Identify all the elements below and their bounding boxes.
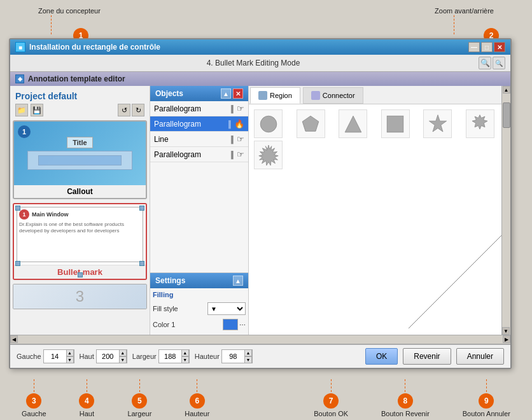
region-tab[interactable]: Region bbox=[250, 87, 300, 104]
obj-item-3-label: Line bbox=[154, 135, 169, 144]
shape-square[interactable] bbox=[381, 109, 410, 138]
thumbnail-2[interactable]: 1 Main Window Dr.Explain is one of the b… bbox=[13, 203, 147, 280]
haut-up[interactable]: ▲ bbox=[119, 349, 127, 356]
scroll-left-button[interactable]: ◀ bbox=[10, 335, 18, 343]
dashed-4 bbox=[87, 379, 87, 392]
hauteur-spinners: ▲ ▼ bbox=[244, 349, 252, 363]
settings-up-button[interactable]: ▲ bbox=[233, 276, 243, 286]
largeur-input[interactable]: ▲ ▼ bbox=[158, 349, 190, 363]
obj-item-2[interactable]: Parallelogram ║ 🔥 bbox=[150, 116, 248, 132]
resize-handle-br[interactable] bbox=[139, 261, 144, 266]
hauteur-down[interactable]: ▼ bbox=[244, 356, 252, 363]
obj-lock-icon-1: ║ bbox=[230, 105, 235, 113]
color1-swatch[interactable] bbox=[223, 319, 238, 330]
hauteur-input[interactable]: ▲ ▼ bbox=[221, 349, 253, 363]
close-button[interactable]: ✕ bbox=[494, 42, 505, 52]
obj-item-1[interactable]: Parallelogram ║ ☞ bbox=[150, 101, 248, 116]
status-bar: Gauche ▲ ▼ Haut ▲ ▼ bbox=[10, 344, 510, 368]
haut-group: Haut ▲ ▼ bbox=[80, 349, 127, 363]
bottom-label-3: 3 Gauche bbox=[22, 379, 46, 417]
bottom-labels: 3 Gauche 4 Haut 5 Largeur 6 Hauteur 7 Bo… bbox=[0, 379, 532, 420]
undo-button[interactable]: ↺ bbox=[118, 104, 130, 116]
obj-item-2-label: Parallelogram bbox=[154, 120, 201, 129]
burst-svg bbox=[258, 145, 279, 165]
hauteur-up[interactable]: ▲ bbox=[244, 349, 252, 356]
shape-pentagon[interactable] bbox=[297, 109, 325, 138]
haut-label: Haut bbox=[80, 353, 94, 360]
largeur-value[interactable] bbox=[159, 353, 181, 360]
pentagon-svg bbox=[300, 114, 321, 134]
fill-style-select[interactable]: ▼ bbox=[207, 302, 246, 315]
settings-panel: Settings ▲ Filling Fill style bbox=[150, 272, 248, 335]
obj-item-3-icons: ║ ☞ bbox=[230, 134, 244, 144]
shape-star6[interactable] bbox=[466, 109, 494, 138]
gauche-down[interactable]: ▼ bbox=[66, 356, 74, 363]
obj-item-3[interactable]: Line ║ ☞ bbox=[150, 132, 248, 147]
haut-input[interactable]: ▲ ▼ bbox=[96, 349, 127, 363]
dashed-3 bbox=[34, 379, 34, 392]
obj-hand-icon-1[interactable]: ☞ bbox=[237, 104, 244, 113]
gauche-up[interactable]: ▲ bbox=[66, 349, 74, 356]
maximize-button[interactable]: □ bbox=[481, 42, 493, 52]
resize-handle-tr[interactable] bbox=[139, 206, 144, 211]
ok-button[interactable]: OK bbox=[365, 348, 398, 365]
shape-circle[interactable] bbox=[254, 109, 283, 138]
haut-value[interactable] bbox=[97, 353, 119, 360]
obj-item-4[interactable]: Parallelogram ║ ☞ bbox=[150, 147, 248, 162]
resize-handle-bl[interactable] bbox=[15, 261, 20, 266]
objects-delete-button[interactable]: ✕ bbox=[233, 88, 243, 99]
largeur-down[interactable]: ▼ bbox=[181, 356, 189, 363]
obj-hand-icon-3[interactable]: ☞ bbox=[237, 134, 244, 144]
color-picker-icon[interactable]: ⋯ bbox=[239, 321, 246, 328]
resize-handle-bottom[interactable] bbox=[78, 272, 83, 277]
thumb-1-body: 1 Title bbox=[14, 122, 146, 185]
obj-fire-icon-2[interactable]: 🔥 bbox=[234, 119, 244, 129]
zoom-out-button[interactable]: 🔍 bbox=[493, 57, 505, 69]
obj-hand-icon-4[interactable]: ☞ bbox=[237, 150, 244, 159]
shape-triangle[interactable] bbox=[339, 109, 367, 138]
thumb-1-number: 1 bbox=[18, 125, 31, 138]
horizontal-scrollbar[interactable]: ◀ ▶ bbox=[10, 335, 510, 344]
right-scrollbar[interactable]: ▲ ▼ bbox=[501, 86, 510, 335]
dashed-8 bbox=[405, 379, 405, 392]
color1-control: ⋯ bbox=[223, 319, 246, 330]
toolbar-icons: 📁 💾 bbox=[15, 104, 43, 116]
haut-down[interactable]: ▼ bbox=[119, 356, 127, 363]
gauche-value[interactable] bbox=[44, 353, 66, 360]
revenir-button[interactable]: Revenir bbox=[403, 348, 451, 365]
shape-burst[interactable] bbox=[254, 141, 283, 169]
svg-line-7 bbox=[409, 233, 504, 328]
scroll-down-button[interactable]: ▼ bbox=[502, 327, 510, 335]
connector-tab[interactable]: Connector bbox=[303, 87, 363, 104]
largeur-spinners: ▲ ▼ bbox=[181, 349, 189, 363]
gauche-spinners: ▲ ▼ bbox=[66, 349, 74, 363]
largeur-up[interactable]: ▲ bbox=[181, 349, 189, 356]
scroll-thumb[interactable] bbox=[503, 102, 510, 128]
fill-style-row: Fill style ▼ bbox=[153, 300, 246, 317]
save-button[interactable]: 💾 bbox=[31, 104, 43, 116]
hauteur-value[interactable] bbox=[222, 353, 244, 360]
obj-lock-icon-2: ║ bbox=[227, 120, 232, 128]
minimize-button[interactable]: — bbox=[468, 42, 480, 52]
gauche-input[interactable]: ▲ ▼ bbox=[43, 349, 74, 363]
redo-button[interactable]: ↻ bbox=[132, 104, 144, 116]
annuler-button[interactable]: Annuler bbox=[456, 348, 504, 365]
settings-body: Filling Fill style ▼ Color 1 bbox=[150, 288, 248, 335]
bottom-label-9: 9 Bouton Annuler bbox=[463, 379, 510, 417]
shape-star5[interactable] bbox=[423, 109, 452, 138]
open-button[interactable]: 📁 bbox=[15, 104, 28, 116]
svg-point-0 bbox=[260, 116, 277, 132]
resize-handle-tl[interactable] bbox=[15, 206, 20, 211]
svg-marker-1 bbox=[302, 116, 319, 131]
scroll-right-button[interactable]: ▶ bbox=[503, 335, 510, 343]
window-title: Installation du rectangle de contrôle bbox=[29, 43, 160, 52]
scroll-up-button[interactable]: ▲ bbox=[503, 86, 510, 94]
objects-up-button[interactable]: ▲ bbox=[221, 88, 231, 99]
thumbnail-3-partial[interactable]: 3 bbox=[13, 284, 147, 309]
dashed-9 bbox=[486, 379, 487, 392]
zoom-in-button[interactable]: 🔍 bbox=[479, 57, 491, 69]
editor-icon: ◈ bbox=[15, 74, 24, 83]
thumbnail-1[interactable]: 1 Title Callout bbox=[13, 120, 147, 199]
tab-bar: 4. Bullet Mark Editing Mode 🔍 🔍 bbox=[10, 55, 510, 72]
editor-title-text: Annotation template editor bbox=[28, 74, 125, 83]
